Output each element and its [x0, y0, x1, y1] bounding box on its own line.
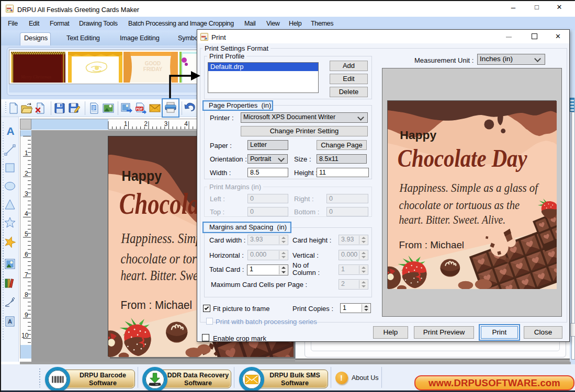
- svg-text:4: 4: [184, 120, 188, 128]
- svg-text:2: 2: [25, 170, 28, 177]
- svg-text:1: 1: [25, 149, 28, 157]
- svg-text:chocolate or tortuous as the: chocolate or tortuous as the: [399, 199, 520, 212]
- svg-text:A: A: [8, 318, 12, 325]
- svg-text:From : Michael: From : Michael: [399, 239, 465, 250]
- svg-text:Merry Christmas: Merry Christmas: [20, 74, 52, 79]
- svg-text:1: 1: [124, 120, 128, 128]
- svg-text:3: 3: [164, 120, 168, 128]
- svg-text:Happiness. Simple as a glass o: Happiness. Simple as a glass of: [399, 181, 539, 194]
- svg-text:GOOD: GOOD: [145, 61, 161, 66]
- svg-text:Chocolate Day: Chocolate Day: [398, 144, 527, 172]
- svg-text:FRIDAY: FRIDAY: [143, 66, 163, 72]
- svg-text:8: 8: [25, 291, 28, 298]
- svg-text:9: 9: [25, 312, 28, 319]
- svg-text:Happy: Happy: [122, 168, 162, 185]
- svg-text:3: 3: [25, 190, 28, 198]
- svg-text:From : Michael: From : Michael: [121, 299, 192, 312]
- svg-text:5: 5: [25, 230, 28, 238]
- svg-text:Happy: Happy: [400, 128, 436, 142]
- svg-text:10: 10: [21, 332, 29, 339]
- svg-text:heart. Bitter. Sweet. Alive.: heart. Bitter. Sweet. Alive.: [399, 213, 506, 226]
- svg-text:PDF: PDF: [136, 107, 143, 111]
- svg-text:6: 6: [25, 251, 28, 258]
- svg-text:7: 7: [25, 271, 28, 279]
- svg-text:2: 2: [144, 120, 148, 128]
- svg-text:4: 4: [25, 210, 28, 217]
